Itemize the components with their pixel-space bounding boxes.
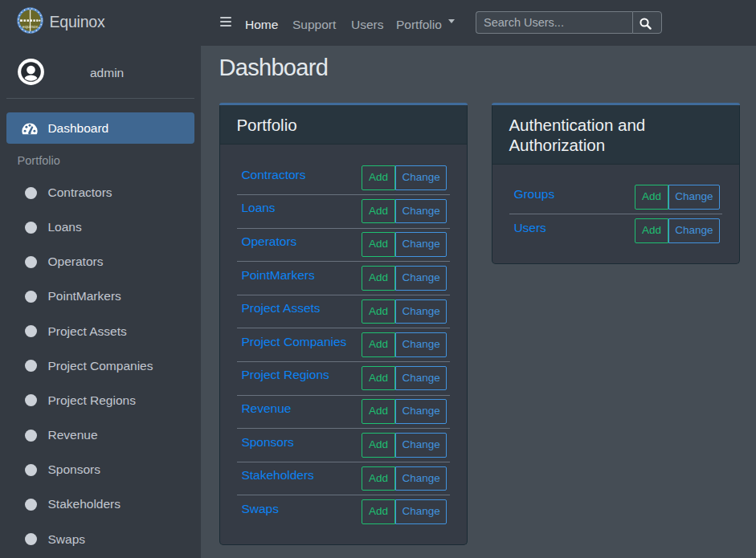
- svg-text:equinox: equinox: [22, 24, 39, 29]
